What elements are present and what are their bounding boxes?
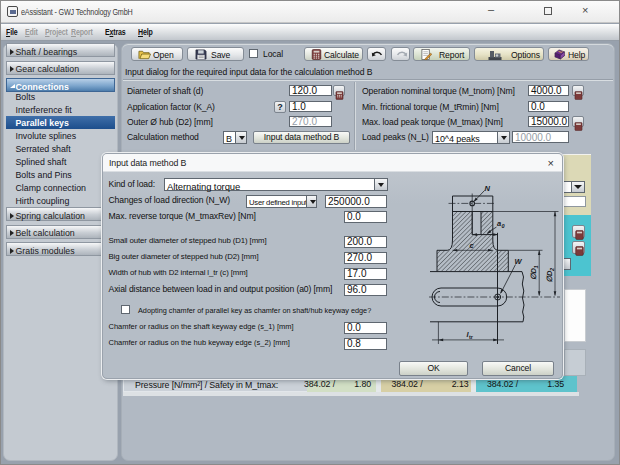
svg-text:W: W (515, 257, 523, 266)
svg-text:tr: tr (469, 334, 474, 340)
svg-text:0: 0 (502, 223, 505, 229)
svg-text:N: N (485, 184, 491, 193)
svg-text:1: 1 (533, 265, 539, 268)
svg-text:2: 2 (549, 268, 555, 272)
